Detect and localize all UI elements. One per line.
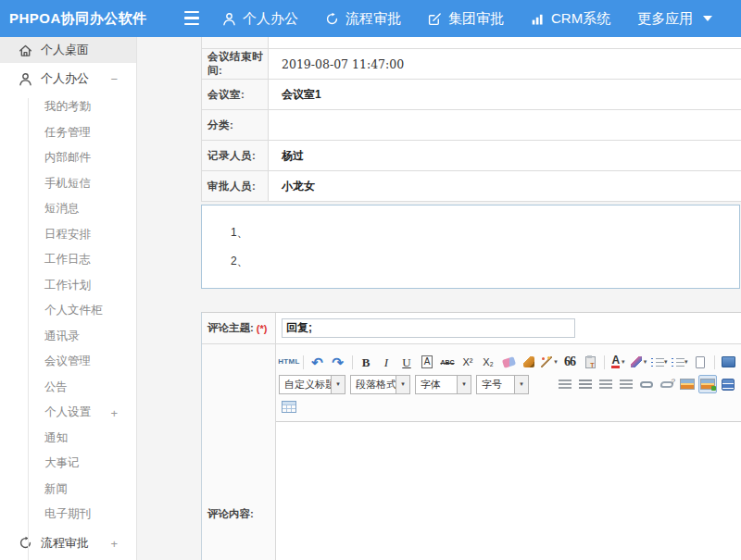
- form-row-label: 会议室:: [202, 80, 269, 109]
- strikethrough-icon[interactable]: ABC: [438, 353, 457, 371]
- heading-select-value: 自定义标题: [280, 378, 331, 392]
- meeting-notes-box: 1、2、: [201, 205, 740, 289]
- sidebar-item-schedule[interactable]: 日程安排: [0, 222, 136, 248]
- sidebar-item-tasks[interactable]: 任务管理: [0, 120, 136, 146]
- blockquote-icon[interactable]: 66: [560, 353, 579, 371]
- toolbar-row-2: 自定义标题▾段落格式▾字体▾字号▾: [279, 374, 738, 394]
- sidebar-item-announcement[interactable]: 公告: [0, 375, 136, 401]
- unlink-icon[interactable]: [658, 375, 676, 393]
- new-document-icon[interactable]: [691, 353, 710, 371]
- html-source-button[interactable]: HTML: [280, 353, 298, 371]
- sidebar: 个人桌面个人办公−我的考勤任务管理内部邮件手机短信短消息日程安排工作日志工作计划…: [0, 37, 137, 560]
- paragraph-select[interactable]: 段落格式▾: [350, 375, 410, 394]
- sidebar-item-desktop[interactable]: 个人桌面: [0, 37, 136, 63]
- format-brush-icon[interactable]: [520, 353, 538, 371]
- superscript-icon-glyph: X²: [463, 357, 473, 367]
- sidebar-item-workplan[interactable]: 工作计划: [0, 273, 136, 299]
- dropdown-caret-icon: ▾: [664, 358, 668, 366]
- sidebar-item-label: 任务管理: [44, 125, 91, 141]
- table-icon-glyph: [282, 401, 296, 413]
- form-row-label: 会议结束时间:: [202, 49, 269, 79]
- quick-format-icon[interactable]: ▾: [540, 353, 559, 371]
- editor-content-area[interactable]: [276, 422, 741, 560]
- sidebar-item-events[interactable]: 大事记: [0, 451, 136, 477]
- sidebar-item-worklog[interactable]: 工作日志: [0, 247, 136, 273]
- nav-item-crm-system[interactable]: CRM系统: [531, 10, 610, 28]
- highlight-pen-icon[interactable]: ▾: [630, 353, 648, 371]
- paste-icon[interactable]: [581, 353, 599, 371]
- subscript-icon[interactable]: X₂: [479, 353, 497, 371]
- comment-content-row: 评论内容: HTML↶↷BIUAABCX²X₂▾66A▾▾▾▾ 自定义标题▾段落…: [202, 344, 741, 560]
- eraser-icon[interactable]: [499, 353, 518, 371]
- ordered-list-icon[interactable]: ▾: [650, 353, 669, 371]
- sidebar-item-meeting[interactable]: 会议管理: [0, 349, 136, 375]
- font-color-icon[interactable]: A▾: [609, 353, 628, 371]
- italic-icon-glyph: I: [384, 356, 388, 368]
- app-title: PHPOA协同办公软件: [9, 0, 147, 37]
- sidebar-item-label: 通知: [44, 430, 68, 446]
- redo-icon[interactable]: ↷: [329, 353, 347, 371]
- nav-item-workflow-approval[interactable]: 流程审批: [325, 10, 401, 28]
- sidebar-item-mail[interactable]: 内部邮件: [0, 145, 136, 171]
- sidebar-item-label: 会议管理: [44, 354, 91, 369]
- undo-icon[interactable]: ↶: [308, 353, 327, 371]
- link-icon[interactable]: [637, 375, 656, 393]
- sidebar-item-contacts[interactable]: 通讯录: [0, 324, 136, 350]
- undo-icon-glyph: ↶: [311, 355, 323, 369]
- sidebar-item-workflow[interactable]: 流程审批+: [0, 528, 136, 559]
- align-right-icon[interactable]: [597, 375, 615, 393]
- image-upload-icon-glyph: [700, 379, 715, 390]
- form-row-value: [269, 110, 741, 140]
- comment-subject-input[interactable]: [282, 318, 575, 338]
- italic-icon[interactable]: I: [377, 353, 396, 371]
- sidebar-item-journal[interactable]: 电子期刊: [0, 502, 136, 528]
- unordered-list-icon[interactable]: ▾: [671, 353, 689, 371]
- nav-item-personal-office[interactable]: 个人办公: [222, 10, 298, 28]
- dropdown-caret-icon: ▾: [457, 376, 471, 393]
- nav-item-label: 更多应用: [637, 10, 693, 28]
- crm-chart-icon: [531, 12, 545, 26]
- form-row-value: 会议室1: [269, 80, 741, 109]
- sidebar-item-message[interactable]: 短消息: [0, 196, 136, 222]
- image-icon[interactable]: [678, 375, 697, 393]
- justify-icon[interactable]: [617, 375, 635, 393]
- dropdown-caret-icon: ▾: [622, 358, 625, 366]
- remove-format-icon[interactable]: A: [418, 353, 436, 371]
- sidebar-item-news[interactable]: 新闻: [0, 477, 136, 503]
- sidebar-item-cabinet[interactable]: 个人文件柜: [0, 298, 136, 324]
- form-row-value: 2019-08-07 11:47:00: [269, 49, 741, 79]
- media-icon[interactable]: [719, 375, 737, 393]
- collapse-minus-icon[interactable]: −: [110, 72, 118, 86]
- align-left-icon[interactable]: [556, 375, 574, 393]
- bold-icon[interactable]: B: [357, 353, 375, 371]
- sidebar-item-notification[interactable]: 通知: [0, 426, 136, 452]
- fontsize-select[interactable]: 字号▾: [476, 375, 529, 394]
- font-select[interactable]: 字体▾: [415, 375, 471, 394]
- sidebar-item-settings[interactable]: 个人设置+: [0, 400, 136, 426]
- hamburger-menu-icon[interactable]: [184, 11, 199, 25]
- form-row-label: 分类:: [202, 110, 269, 140]
- nav-item-group-approval[interactable]: 集团审批: [428, 10, 504, 28]
- underline-icon[interactable]: U: [397, 353, 416, 371]
- heading-select[interactable]: 自定义标题▾: [279, 375, 345, 394]
- expand-plus-icon[interactable]: +: [110, 536, 118, 550]
- sidebar-item-attendance[interactable]: 我的考勤: [0, 94, 136, 120]
- align-center-icon[interactable]: [576, 375, 595, 393]
- image-upload-icon[interactable]: [698, 375, 717, 393]
- rich-text-editor: HTML↶↷BIUAABCX²X₂▾66A▾▾▾▾ 自定义标题▾段落格式▾字体▾…: [276, 344, 741, 560]
- expand-plus-icon[interactable]: +: [110, 405, 118, 419]
- fullscreen-icon[interactable]: [719, 353, 737, 371]
- table-icon[interactable]: [280, 397, 298, 416]
- strikethrough-icon-glyph: ABC: [440, 359, 454, 366]
- main-nav: 个人办公流程审批集团审批CRM系统更多应用: [222, 0, 712, 37]
- form-row-label: [202, 37, 269, 48]
- form-row-label: 记录人员:: [202, 141, 269, 170]
- caret-down-icon: [703, 16, 712, 21]
- superscript-icon[interactable]: X²: [458, 353, 477, 371]
- nav-item-more-apps[interactable]: 更多应用: [637, 10, 712, 28]
- dropdown-caret-icon: ▾: [644, 358, 647, 366]
- sidebar-item-office[interactable]: 个人办公−: [0, 63, 136, 94]
- justify-icon-glyph: [620, 380, 633, 390]
- sidebar-item-sms[interactable]: 手机短信: [0, 171, 136, 197]
- app-window: PHPOA协同办公软件 个人办公流程审批集团审批CRM系统更多应用 个人桌面个人…: [0, 0, 741, 560]
